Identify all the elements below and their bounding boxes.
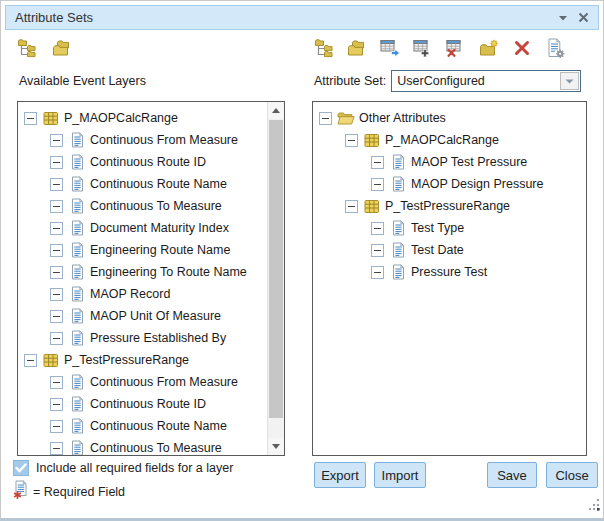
collapse-minus-box[interactable] [50, 442, 63, 455]
tree-item-label: P_TestPressureRange [385, 199, 510, 213]
collapse-minus-box[interactable] [50, 134, 63, 147]
collapse-minus-box[interactable] [50, 222, 63, 235]
include-required-fields-checkbox[interactable] [13, 460, 29, 476]
tree-item[interactable]: P_MAOPCalcRange [313, 129, 586, 151]
tree-item[interactable]: Document Maturity Index [18, 217, 267, 239]
tree-item[interactable]: P_TestPressureRange [313, 195, 586, 217]
save-button[interactable]: Save [487, 462, 537, 488]
delete-button[interactable] [511, 38, 533, 60]
available-layers-tree: P_MAOPCalcRangeContinuous From MeasureCo… [18, 102, 267, 455]
tree-item[interactable]: MAOP Test Pressure [313, 151, 586, 173]
layer-hierarchy-button[interactable] [16, 38, 38, 60]
attribute-set-dropdown[interactable]: UserConfigured [391, 70, 581, 92]
tree-item-label: Continuous Route ID [90, 155, 206, 169]
tree-item-label: Other Attributes [359, 111, 446, 125]
collapse-minus-box[interactable] [371, 178, 384, 191]
dropdown-arrow-button[interactable] [560, 72, 579, 90]
collapse-minus-box[interactable] [50, 310, 63, 323]
layer-grid-icon [42, 111, 60, 126]
collapse-minus-box[interactable] [319, 112, 332, 125]
tree-item[interactable]: MAOP Design Pressure [313, 173, 586, 195]
collapse-minus-box[interactable] [345, 200, 358, 213]
tree-item[interactable]: Continuous To Measure [18, 437, 267, 455]
add-table-button[interactable] [412, 38, 434, 60]
tree-item[interactable]: Continuous Route ID [18, 151, 267, 173]
import-button[interactable]: Import [374, 462, 426, 488]
folders-button[interactable] [51, 38, 73, 60]
minus-icon [374, 184, 381, 185]
folders-button[interactable] [346, 38, 368, 60]
field-doc-icon [68, 286, 86, 302]
scrollbar-thumb[interactable] [269, 120, 283, 418]
folder-gear-icon [479, 39, 499, 60]
tree-item[interactable]: Continuous From Measure [18, 129, 267, 151]
scroll-up-button[interactable] [268, 102, 284, 119]
minus-icon [53, 272, 60, 273]
collapse-minus-box[interactable] [371, 222, 384, 235]
collapse-minus-box[interactable] [371, 244, 384, 257]
tree-item[interactable]: Other Attributes [313, 107, 586, 129]
window-title: Attribute Sets [15, 10, 93, 25]
scroll-down-button[interactable] [268, 438, 284, 455]
collapse-minus-box[interactable] [345, 134, 358, 147]
collapse-minus-box[interactable] [24, 354, 37, 367]
attribute-set-panel: Other AttributesP_MAOPCalcRangeMAOP Test… [312, 101, 587, 456]
minus-icon [53, 140, 60, 141]
tree-item-label: Test Type [411, 221, 464, 235]
collapse-minus-box[interactable] [24, 112, 37, 125]
tree-item[interactable]: Continuous Route ID [18, 393, 267, 415]
collapse-minus-box[interactable] [50, 332, 63, 345]
collapse-minus-box[interactable] [50, 244, 63, 257]
tree-item-label: Continuous Route Name [90, 177, 227, 191]
tree-item[interactable]: MAOP Unit Of Measure [18, 305, 267, 327]
collapse-minus-box[interactable] [50, 288, 63, 301]
red-x-icon [513, 39, 531, 60]
collapse-minus-box[interactable] [50, 398, 63, 411]
remove-table-button[interactable] [445, 38, 467, 60]
tree-item[interactable]: P_TestPressureRange [18, 349, 267, 371]
tree-item-label: Engineering To Route Name [90, 265, 247, 279]
tree-item[interactable]: Pressure Established By [18, 327, 267, 349]
resize-grip[interactable] [587, 497, 600, 515]
minus-icon [53, 162, 60, 163]
field-doc-icon [68, 220, 86, 236]
tree-item[interactable]: Test Type [313, 217, 586, 239]
table-x-icon [446, 38, 466, 60]
window-close-button[interactable] [578, 12, 589, 23]
collapse-minus-box[interactable] [50, 200, 63, 213]
tree-item[interactable]: Continuous From Measure [18, 371, 267, 393]
collapse-minus-box[interactable] [50, 178, 63, 191]
field-doc-icon [68, 374, 86, 390]
layer-hierarchy-button[interactable] [313, 38, 335, 60]
tree-item[interactable]: Continuous To Measure [18, 195, 267, 217]
tree-item[interactable]: P_MAOPCalcRange [18, 107, 267, 129]
tree-item-label: Document Maturity Index [90, 221, 229, 235]
configure-report-button[interactable] [544, 38, 566, 60]
collapse-minus-box[interactable] [371, 156, 384, 169]
tree-item-label: Continuous Route Name [90, 419, 227, 433]
field-doc-icon [68, 242, 86, 258]
collapse-minus-box[interactable] [50, 376, 63, 389]
tree-item[interactable]: Continuous Route Name [18, 415, 267, 437]
collapse-minus-box[interactable] [50, 266, 63, 279]
export-button[interactable]: Export [314, 462, 366, 488]
collapse-minus-box[interactable] [50, 420, 63, 433]
attribute-set-value: UserConfigured [392, 74, 560, 88]
left-panel-scrollbar[interactable] [267, 102, 284, 455]
tree-item[interactable]: Engineering Route Name [18, 239, 267, 261]
attribute-set-tree: Other AttributesP_MAOPCalcRangeMAOP Test… [313, 102, 586, 455]
close-button[interactable]: Close [546, 462, 598, 488]
tree-item-label: P_MAOPCalcRange [64, 111, 178, 125]
tree-item[interactable]: Continuous Route Name [18, 173, 267, 195]
collapse-minus-box[interactable] [50, 156, 63, 169]
tree-item[interactable]: Engineering To Route Name [18, 261, 267, 283]
minus-icon [53, 382, 60, 383]
export-table-button[interactable] [379, 38, 401, 60]
required-field-legend-row: = Required Field [13, 480, 125, 503]
new-attribute-set-button[interactable] [478, 38, 500, 60]
tree-item[interactable]: Test Date [313, 239, 586, 261]
tree-item[interactable]: Pressure Test [313, 261, 586, 283]
collapse-minus-box[interactable] [371, 266, 384, 279]
window-menu-button[interactable] [558, 15, 568, 21]
tree-item[interactable]: MAOP Record [18, 283, 267, 305]
